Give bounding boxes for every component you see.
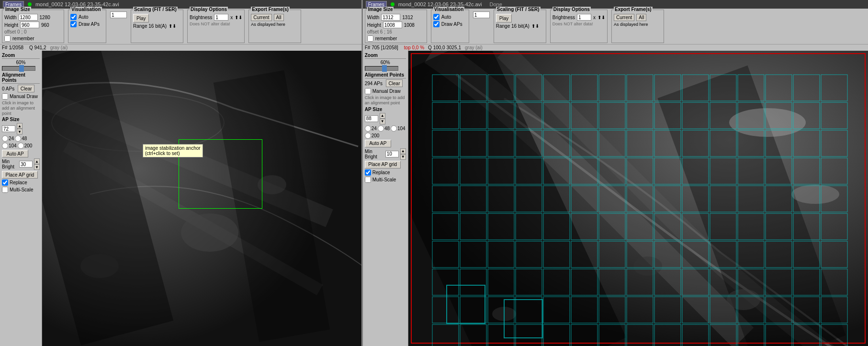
right-as-displayed: As displayed here — [614, 22, 648, 27]
right-min-bright-up[interactable]: ▲ — [400, 148, 406, 154]
right-min-bright-spin: ▲ ▼ — [400, 148, 406, 160]
left-gray-label: gray (ai) — [50, 45, 68, 50]
left-brightness-input[interactable] — [214, 14, 228, 21]
left-frame-info: F# 1/2058 — [2, 45, 23, 50]
left-zoom-section: Zoom 60% — [2, 53, 40, 71]
left-drawaps-checkbox[interactable] — [70, 21, 77, 27]
left-ap-size-input[interactable] — [2, 125, 15, 132]
right-auto-checkbox[interactable] — [433, 14, 440, 20]
left-frame-info-row: F# 1/2058 Q 941,2 gray (ai) — [0, 45, 361, 51]
left-radio-24-label: 24 — [9, 136, 14, 141]
right-play-button[interactable]: Play — [496, 14, 512, 22]
left-scaling-title: Scaling (FIT / SER) — [133, 7, 178, 12]
left-auto-checkbox[interactable] — [70, 14, 77, 20]
left-width-label: Width — [4, 15, 17, 20]
right-radio-200-input[interactable] — [365, 133, 371, 139]
right-ap-spin-group: ▲ ▼ — [380, 113, 385, 124]
right-radio-48-label: 48 — [384, 126, 390, 131]
left-radio-48: 48 — [15, 135, 27, 142]
right-min-bright-input[interactable] — [385, 151, 399, 157]
left-display-title: Display Options — [190, 7, 228, 12]
left-zoom-slider-container: 60% — [2, 60, 40, 71]
right-manual-draw-checkbox[interactable] — [365, 88, 371, 94]
left-ap-spin-up[interactable]: ▲ — [17, 123, 23, 129]
left-min-bright-input[interactable] — [19, 161, 33, 167]
left-auto-ap-button[interactable]: Auto AP — [2, 150, 28, 157]
left-sidebar: Zoom 60% Alignment Points 0 APs Clear Ma… — [0, 51, 42, 346]
left-ap-count: 0 APs — [2, 86, 14, 91]
left-height-value: 960 — [41, 22, 49, 28]
left-zoom-slider[interactable] — [2, 66, 35, 71]
right-radio-104-input[interactable] — [391, 125, 397, 132]
right-multiscale-label: Multi-Scale — [372, 177, 396, 182]
left-radio-48-label: 48 — [22, 136, 27, 141]
left-current-button[interactable]: Current — [251, 14, 271, 21]
left-remember-checkbox[interactable] — [4, 35, 11, 42]
left-height-input[interactable] — [20, 22, 39, 28]
left-play-button[interactable]: Play — [133, 14, 149, 22]
right-auto-ap-button[interactable]: Auto AP — [365, 140, 391, 147]
left-radio-24-input[interactable] — [2, 135, 8, 142]
right-ap-spin-down[interactable]: ▼ — [380, 119, 385, 124]
left-min-bright-down[interactable]: ▼ — [34, 164, 40, 170]
right-status-dot — [391, 2, 395, 6]
left-place-ap-button[interactable]: Place AP grid — [2, 171, 38, 179]
left-multiscale-checkbox[interactable] — [2, 187, 8, 193]
left-status-dot — [28, 2, 32, 6]
right-range-icon: ⬆⬇ — [531, 23, 539, 29]
left-image-canvas[interactable]: image stabilization anchor (ctrl+click t… — [42, 51, 361, 346]
left-radio-104: 104 — [2, 143, 17, 149]
left-replace-checkbox[interactable] — [2, 179, 8, 186]
left-main-area: Zoom 60% Alignment Points 0 APs Clear Ma… — [0, 51, 361, 346]
right-place-ap-button[interactable]: Place AP grid — [365, 161, 401, 168]
left-clear-button[interactable]: Clear — [18, 85, 34, 92]
left-radio-200-input[interactable] — [18, 143, 24, 149]
left-click-instruction: Click in image to add an alignment point — [2, 100, 40, 116]
left-manual-draw-label: Manual Draw — [10, 94, 38, 99]
left-ap-spin-down[interactable]: ▼ — [17, 129, 23, 134]
right-ap-spin-up[interactable]: ▲ — [380, 113, 385, 119]
left-manual-draw-checkbox[interactable] — [2, 93, 8, 100]
right-remember-checkbox[interactable] — [367, 35, 373, 42]
right-radio-24-input[interactable] — [365, 125, 371, 132]
right-height-input[interactable] — [383, 22, 402, 28]
left-min-bright-row: Min Bright ▲ ▼ — [2, 158, 40, 170]
right-image-canvas[interactable] — [408, 51, 868, 346]
right-multiscale-row: Multi-Scale — [365, 177, 406, 183]
right-replace-row: Replace — [365, 169, 406, 176]
right-zoom-slider[interactable] — [365, 66, 398, 71]
left-multiscale-label: Multi-Scale — [10, 187, 33, 192]
right-multiscale-checkbox[interactable] — [365, 177, 371, 183]
right-replace-checkbox[interactable] — [365, 169, 371, 176]
right-drawaps-checkbox[interactable] — [433, 21, 440, 27]
right-replace-label: Replace — [372, 170, 390, 175]
right-frame-number-input[interactable] — [473, 11, 490, 18]
right-ap-size-input[interactable] — [365, 115, 378, 122]
right-radio-48-input[interactable] — [378, 125, 384, 132]
left-range-label: Range 16 bit(A) — [133, 23, 167, 29]
left-width-input[interactable] — [19, 14, 38, 21]
right-ap-size-label: AP Size — [365, 107, 406, 112]
right-vis-title: Visualisation — [433, 7, 465, 12]
left-all-button[interactable]: All — [274, 14, 284, 21]
left-visualisation-group: Visualisation Auto Draw APs — [68, 10, 106, 43]
right-frame-info: F# 705 [1/2058] — [365, 45, 398, 50]
left-image-size-title: Image Size — [4, 7, 31, 12]
left-vis-title: Visualisation — [70, 7, 102, 12]
right-red-border — [411, 53, 866, 344]
left-min-bright-up[interactable]: ▲ — [34, 158, 40, 164]
left-radio-104-input[interactable] — [2, 143, 8, 149]
right-min-bright-down[interactable]: ▼ — [400, 154, 406, 160]
right-ap-size-row: ▲ ▼ — [365, 113, 406, 124]
right-width-input[interactable] — [381, 14, 400, 21]
left-tooltip-line1: image stabilization anchor — [145, 145, 201, 151]
right-clear-button[interactable]: Clear — [386, 79, 403, 87]
right-current-button[interactable]: Current — [614, 14, 634, 21]
right-all-button[interactable]: All — [636, 14, 646, 21]
left-frame-input-group — [110, 10, 127, 43]
right-brightness-input[interactable] — [577, 14, 591, 21]
right-radio-24-label: 24 — [372, 126, 377, 131]
left-frame-number-input[interactable] — [110, 11, 127, 18]
left-radio-48-input[interactable] — [15, 135, 21, 142]
right-export-group: Export Frame(s) Current All As displayed… — [611, 10, 664, 43]
